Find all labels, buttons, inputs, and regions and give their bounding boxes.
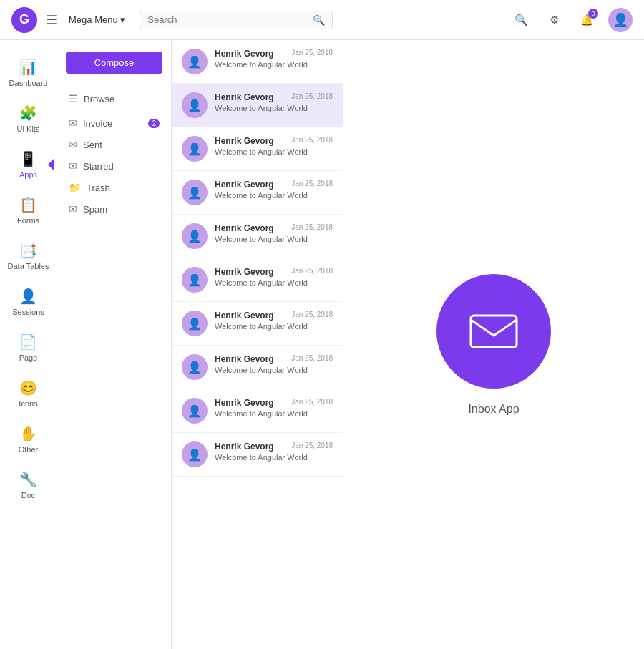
mail-item-spam[interactable]: ✉ Spam [57, 198, 171, 220]
sidebar-label-data-tables: Data Tables [8, 262, 49, 270]
email-list-item[interactable]: 👤 Henrik Gevorg Jan 25, 2018 Welcome to … [172, 346, 343, 389]
badge-inbox: 2 [148, 119, 160, 128]
data-tables-icon: 📑 [19, 242, 37, 259]
inbox-icon-circle [436, 274, 551, 389]
email-subject: Welcome to Angular World [215, 60, 333, 69]
navbar: G ☰ Mega Menu ▾ 🔍 🔍 ⚙ 🔔 0 👤 [0, 0, 644, 40]
mail-label-spam: Spam [83, 204, 107, 215]
email-avatar: 👤 [182, 49, 208, 74]
settings-button[interactable]: ⚙ [542, 9, 565, 31]
email-date: Jan 25, 2018 [291, 180, 333, 190]
mega-menu-trigger[interactable]: Mega Menu ▾ [69, 14, 125, 25]
browse-item[interactable]: ☰ Browse [57, 88, 171, 109]
email-sender: Henrik Gevorg [215, 398, 274, 408]
email-avatar: 👤 [182, 441, 208, 467]
email-meta: Henrik Gevorg Jan 25, 2018 Welcome to An… [215, 49, 333, 69]
email-meta: Henrik Gevorg Jan 25, 2018 Welcome to An… [215, 267, 333, 287]
mail-label-starred: Starred [83, 161, 114, 172]
email-subject: Welcome to Angular World [215, 409, 333, 418]
email-subject: Welcome to Angular World [215, 366, 333, 374]
spam-mail-icon: ✉ [69, 203, 77, 215]
email-sender: Henrik Gevorg [215, 223, 274, 233]
inbox-mail-icon: ✉ [69, 117, 77, 129]
mail-icon [465, 303, 522, 360]
email-list-item[interactable]: 👤 Henrik Gevorg Jan 25, 2018 Welcome to … [172, 258, 343, 302]
email-meta: Henrik Gevorg Jan 25, 2018 Welcome to An… [215, 136, 333, 156]
mail-item-starred[interactable]: ✉ Starred [57, 155, 171, 177]
email-meta: Henrik Gevorg Jan 25, 2018 Welcome to An… [215, 441, 333, 462]
dashboard-icon: 📊 [19, 59, 37, 76]
sidebar-item-dashboard[interactable]: 📊 Dashboard [4, 52, 54, 94]
search-button[interactable]: 🔍 [509, 9, 532, 31]
notifications-button[interactable]: 🔔 0 [575, 9, 598, 31]
email-date: Jan 25, 2018 [291, 267, 333, 277]
email-list-item[interactable]: 👤 Henrik Gevorg Jan 25, 2018 Welcome to … [172, 433, 343, 477]
avatar[interactable]: 👤 [608, 8, 633, 32]
email-subject: Welcome to Angular World [215, 147, 333, 156]
email-list-item[interactable]: 👤 Henrik Gevorg Jan 25, 2018 Welcome to … [172, 215, 343, 258]
email-list-item[interactable]: 👤 Henrik Gevorg Jan 25, 2018 Welcome to … [172, 127, 343, 171]
sidebar-item-icons[interactable]: 😊 Icons [4, 372, 54, 415]
doc-icon: 🔧 [19, 471, 37, 488]
email-sender: Henrik Gevorg [215, 354, 274, 364]
browse-icon: ☰ [69, 93, 78, 104]
sidebar-item-forms[interactable]: 📋 Forms [4, 189, 54, 232]
mail-item-inbox[interactable]: ✉ Invoice 2 [57, 112, 171, 134]
email-list-item[interactable]: 👤 Henrik Gevorg Jan 25, 2018 Welcome to … [172, 389, 343, 433]
second-sidebar: Compose ☰ Browse ✉ Invoice 2 ✉ Sent ✉ St… [57, 40, 172, 649]
email-area: 👤 Henrik Gevorg Jan 25, 2018 Welcome to … [172, 40, 644, 649]
email-meta: Henrik Gevorg Jan 25, 2018 Welcome to An… [215, 180, 333, 200]
notification-badge: 0 [588, 9, 598, 19]
starred-mail-icon: ✉ [69, 160, 77, 172]
email-avatar: 👤 [182, 311, 208, 336]
email-list-item[interactable]: 👤 Henrik Gevorg Jan 25, 2018 Welcome to … [172, 171, 343, 215]
sidebar-label-dashboard: Dashboard [9, 79, 48, 87]
email-subject: Welcome to Angular World [215, 453, 333, 462]
other-icon: ✋ [19, 425, 37, 442]
mail-label-trash: Trash [87, 182, 110, 193]
sidebar-item-sessions[interactable]: 👤 Sessions [4, 280, 54, 323]
email-avatar: 👤 [182, 92, 208, 118]
search-bar[interactable]: 🔍 [140, 11, 332, 29]
email-avatar: 👤 [182, 354, 208, 380]
sidebar-item-doc[interactable]: 🔧 Doc [4, 464, 54, 507]
sidebar-item-page[interactable]: 📄 Page [4, 326, 54, 369]
mail-item-trash[interactable]: 📁 Trash [57, 177, 171, 198]
email-sender: Henrik Gevorg [215, 267, 274, 277]
page-icon: 📄 [19, 333, 37, 351]
compose-button[interactable]: Compose [66, 52, 162, 74]
sidebar-label-forms: Forms [17, 216, 39, 225]
sidebar-item-data-tables[interactable]: 📑 Data Tables [4, 235, 54, 278]
email-list-item[interactable]: 👤 Henrik Gevorg Jan 25, 2018 Welcome to … [172, 302, 343, 346]
email-sender: Henrik Gevorg [215, 180, 274, 190]
sidebar-item-apps[interactable]: 📱 Apps [4, 143, 54, 186]
mail-label-inbox: Invoice [83, 118, 112, 129]
ui-kits-icon: 🧩 [19, 104, 37, 122]
email-sender: Henrik Gevorg [215, 92, 274, 102]
navbar-actions: 🔍 ⚙ 🔔 0 👤 [509, 8, 633, 32]
hamburger-icon[interactable]: ☰ [46, 12, 57, 28]
email-meta: Henrik Gevorg Jan 25, 2018 Welcome to An… [215, 354, 333, 374]
main-content: 👤 Henrik Gevorg Jan 25, 2018 Welcome to … [172, 40, 644, 649]
email-list-item[interactable]: 👤 Henrik Gevorg Jan 25, 2018 Welcome to … [172, 40, 343, 84]
email-preview: Inbox App [343, 40, 644, 649]
sidebar-label-icons: Icons [19, 399, 37, 408]
email-avatar: 👤 [182, 267, 208, 293]
brand-logo: G [11, 7, 37, 33]
email-avatar: 👤 [182, 136, 208, 162]
email-avatar: 👤 [182, 180, 208, 205]
search-input[interactable] [147, 14, 308, 25]
icons-icon: 😊 [19, 379, 37, 396]
sidebar-item-other[interactable]: ✋ Other [4, 418, 54, 461]
email-date: Jan 25, 2018 [291, 223, 333, 233]
sidebar-item-ui-kits[interactable]: 🧩 Ui Kits [4, 97, 54, 140]
sent-mail-icon: ✉ [69, 139, 77, 150]
email-date: Jan 25, 2018 [291, 92, 333, 102]
email-avatar: 👤 [182, 223, 208, 249]
mail-item-sent[interactable]: ✉ Sent [57, 134, 171, 155]
email-meta: Henrik Gevorg Jan 25, 2018 Welcome to An… [215, 398, 333, 418]
email-list-item[interactable]: 👤 Henrik Gevorg Jan 25, 2018 Welcome to … [172, 84, 343, 127]
email-sender: Henrik Gevorg [215, 441, 274, 452]
email-sender: Henrik Gevorg [215, 49, 274, 59]
email-date: Jan 25, 2018 [291, 311, 333, 321]
